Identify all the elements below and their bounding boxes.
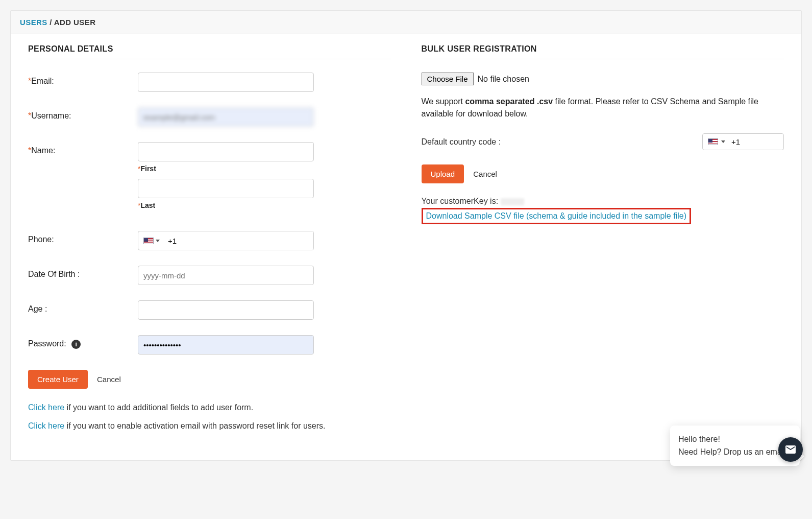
customer-key-label: Your customerKey is: — [422, 197, 501, 205]
email-input[interactable] — [138, 73, 314, 92]
choose-file-button[interactable]: Choose File — [422, 73, 474, 85]
last-name-sublabel: Last — [140, 201, 155, 209]
password-input[interactable] — [138, 335, 314, 355]
chevron-down-icon — [721, 140, 725, 143]
phone-label: Phone: — [28, 235, 54, 244]
name-label: Name: — [31, 146, 55, 155]
chat-button[interactable] — [778, 437, 803, 462]
username-label: Username: — [31, 111, 71, 120]
dob-label: Date Of Birth : — [28, 270, 80, 278]
activation-email-link[interactable]: Click here — [28, 421, 64, 430]
email-label: Email: — [31, 77, 54, 85]
dob-input[interactable] — [138, 266, 314, 285]
csv-support-text: We support comma separated .csv file for… — [422, 96, 784, 120]
chat-line1: Hello there! — [678, 433, 792, 446]
cancel-button[interactable]: Cancel — [90, 370, 128, 389]
customer-key-value — [501, 198, 524, 205]
download-sample-highlight: Download Sample CSV file (schema & guide… — [422, 208, 691, 224]
add-fields-text: if you want to add additional fields to … — [64, 403, 253, 412]
us-flag-icon — [143, 238, 154, 244]
phone-input[interactable] — [164, 231, 313, 250]
age-input[interactable] — [138, 300, 314, 320]
age-label: Age : — [28, 304, 47, 313]
create-user-button[interactable]: Create User — [28, 370, 88, 389]
activation-email-text: if you want to enable activation email w… — [64, 421, 325, 430]
no-file-chosen-text: No file chosen — [478, 75, 529, 84]
chevron-down-icon — [156, 240, 160, 242]
us-flag-icon — [708, 138, 718, 145]
personal-details-title: PERSONAL DETAILS — [28, 44, 391, 59]
breadcrumb-sep: / — [50, 18, 54, 27]
breadcrumb: USERS / ADD USER — [11, 11, 801, 34]
username-input[interactable] — [138, 107, 314, 127]
dial-code-text: +1 — [731, 137, 740, 146]
breadcrumb-users-link[interactable]: USERS — [20, 18, 47, 27]
info-icon[interactable]: i — [71, 340, 81, 349]
phone-country-dropdown[interactable] — [138, 231, 164, 250]
first-name-sublabel: First — [140, 164, 156, 173]
default-country-code-dropdown[interactable]: +1 — [702, 133, 784, 150]
last-name-input[interactable] — [138, 179, 314, 198]
chat-line2: Need Help? Drop us an email ! — [678, 445, 792, 459]
default-country-code-label: Default country code : — [422, 137, 501, 147]
bulk-registration-title: BULK USER REGISTRATION — [422, 44, 784, 59]
mail-icon — [784, 443, 797, 456]
breadcrumb-current: ADD USER — [54, 18, 96, 27]
download-sample-csv-link[interactable]: Download Sample CSV file (schema & guide… — [426, 211, 686, 220]
first-name-input[interactable] — [138, 142, 314, 161]
upload-button[interactable]: Upload — [422, 164, 464, 183]
password-label: Password: — [28, 339, 66, 348]
bulk-cancel-button[interactable]: Cancel — [466, 164, 504, 183]
add-fields-link[interactable]: Click here — [28, 403, 64, 412]
